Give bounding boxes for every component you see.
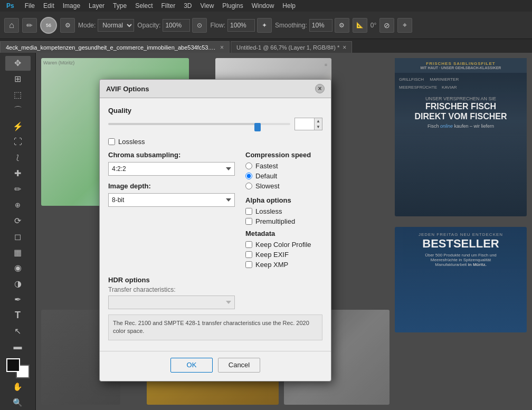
tool-marquee[interactable]: ⬚	[5, 88, 31, 102]
quality-slider-thumb[interactable]	[254, 123, 261, 131]
brush-settings-icon[interactable]: ⚙	[60, 18, 75, 33]
menu-edit[interactable]: Edit	[39, 1, 59, 11]
default-label[interactable]: Default	[255, 172, 277, 180]
tool-blur[interactable]: ◉	[5, 261, 31, 275]
dialog-title-bar: AVIF Options ×	[100, 80, 331, 98]
tool-clone[interactable]: ⊕	[5, 198, 31, 213]
chroma-label: Chroma subsampling:	[108, 151, 235, 159]
tool-shape[interactable]: ▬	[5, 339, 31, 354]
ok-button[interactable]: OK	[170, 358, 213, 373]
tool-heal[interactable]: ✚	[5, 166, 31, 181]
tool-pen[interactable]: ✒	[5, 292, 31, 307]
smoothing-label: Smoothing:	[275, 22, 307, 29]
menu-3d[interactable]: 3D	[179, 1, 196, 11]
airbrush-toggle-icon[interactable]: ⊙	[192, 18, 207, 33]
depth-dropdown[interactable]: 8-bit 10-bit 12-bit	[108, 193, 235, 207]
tool-lasso[interactable]: ⌒	[5, 103, 31, 118]
quality-input-wrap: 85 ▲ ▼	[294, 118, 322, 130]
quality-slider-container[interactable]	[108, 119, 290, 129]
menu-image[interactable]: Image	[59, 1, 84, 11]
chroma-dropdown[interactable]: 4:2:2 4:0:0 4:2:0 4:4:4	[108, 162, 235, 176]
lossless-checkbox[interactable]	[108, 138, 115, 145]
smoothing-input[interactable]	[309, 19, 332, 32]
lossless-label[interactable]: Lossless	[118, 138, 145, 146]
quality-label: Quality	[108, 107, 322, 115]
tool-quick-select[interactable]: ⚡	[5, 119, 31, 134]
angle-icon[interactable]: 📐	[353, 18, 367, 33]
flow-icon[interactable]: ✦	[257, 18, 272, 33]
tool-brush[interactable]: ✏	[5, 182, 31, 197]
quality-spin-up[interactable]: ▲	[315, 118, 322, 124]
slowest-radio[interactable]	[245, 183, 252, 189]
avif-dialog: AVIF Options × Quality	[99, 79, 331, 382]
tab-untitled-close-icon[interactable]: ×	[343, 44, 346, 51]
tablet-pressure-icon[interactable]: ⊘	[379, 18, 394, 33]
foreground-color-box[interactable]	[6, 358, 20, 372]
tool-type[interactable]: T	[5, 308, 31, 323]
fastest-label[interactable]: Fastest	[255, 162, 278, 170]
alpha-premultiplied-label[interactable]: Premultiplied	[255, 217, 295, 225]
keep-exif-row: Keep EXIF	[245, 251, 322, 259]
tab-avif-close-icon[interactable]: ×	[220, 44, 224, 51]
tool-artboard[interactable]: ⊞	[5, 72, 31, 87]
default-radio[interactable]	[245, 173, 252, 179]
menu-file[interactable]: File	[21, 1, 39, 11]
cancel-button[interactable]: Cancel	[218, 358, 260, 373]
compression-speed-label: Compression speed	[245, 151, 322, 159]
tool-eyedropper[interactable]: ⟅	[5, 150, 31, 165]
alpha-lossless-row: Lossless	[245, 207, 322, 215]
quality-spin-down[interactable]: ▼	[315, 124, 322, 130]
brush-size-indicator[interactable]: 56	[40, 17, 57, 34]
keep-color-label[interactable]: Keep Color Profile	[255, 241, 311, 249]
depth-label: Image depth:	[108, 182, 235, 190]
menu-select[interactable]: Select	[131, 1, 157, 11]
alpha-lossless-label[interactable]: Lossless	[255, 207, 282, 215]
tool-crop[interactable]: ⛶	[5, 135, 31, 149]
slowest-label[interactable]: Slowest	[255, 182, 280, 190]
alpha-lossless-checkbox[interactable]	[245, 208, 252, 215]
transfer-label: Transfer characteristics:	[108, 286, 322, 293]
brush-tool-icon[interactable]: ✏	[22, 18, 37, 33]
menu-layer[interactable]: Layer	[84, 1, 109, 11]
tool-hand[interactable]: ✋	[5, 379, 31, 394]
opacity-input[interactable]	[163, 19, 190, 32]
mode-label: Mode:	[78, 22, 96, 29]
tab-untitled[interactable]: Untitled-1 @ 66,7% (Layer 1, RGB/8#) * ×	[231, 41, 352, 53]
tool-dodge[interactable]: ◑	[5, 276, 31, 291]
tab-avif[interactable]: 4eck_media_kompetenzen_gesundheit_e_comm…	[0, 41, 230, 53]
flow-input[interactable]	[227, 19, 255, 32]
menu-window[interactable]: Window	[248, 1, 279, 11]
mode-dropdown[interactable]: Normal	[98, 19, 134, 32]
menu-filter[interactable]: Filter	[157, 1, 179, 11]
fastest-row: Fastest	[245, 162, 322, 170]
keep-exif-label[interactable]: Keep EXIF	[255, 251, 289, 259]
tool-history[interactable]: ⟳	[5, 213, 31, 228]
alpha-premultiplied-checkbox[interactable]	[245, 218, 252, 225]
transfer-dropdown	[108, 295, 235, 309]
quality-spin: ▲ ▼	[314, 118, 322, 130]
tool-eraser[interactable]: ◻	[5, 229, 31, 244]
ps-logo[interactable]: Ps	[2, 1, 18, 11]
menu-type[interactable]: Type	[109, 1, 131, 11]
home-icon[interactable]: ⌂	[4, 18, 19, 33]
left-sidebar: ✥ ⊞ ⬚ ⌒ ⚡ ⛶ ⟅ ✚ ✏ ⊕ ⟳ ◻ ▦ ◉ ◑ ✒ T ↖ ▬ ✋ …	[0, 53, 36, 410]
tool-move[interactable]: ✥	[5, 56, 31, 71]
menu-plugins[interactable]: Plugins	[218, 1, 247, 11]
fastest-radio[interactable]	[245, 163, 252, 169]
compression-speed-group: Fastest Default Slowest	[245, 162, 322, 190]
keep-xmp-label[interactable]: Keep XMP	[255, 261, 288, 269]
dialog-close-button[interactable]: ×	[315, 84, 325, 93]
symmetry-icon[interactable]: ⌖	[397, 18, 412, 33]
menu-help[interactable]: Help	[278, 1, 300, 11]
tool-zoom[interactable]: 🔍	[5, 395, 31, 410]
two-col-section: Chroma subsampling: 4:2:2 4:0:0 4:2:0 4:…	[108, 151, 322, 271]
quality-input[interactable]: 85	[295, 120, 314, 128]
keep-xmp-checkbox[interactable]	[245, 261, 252, 268]
smoothing-settings-icon[interactable]: ⚙	[335, 18, 349, 33]
alpha-options-label: Alpha options	[245, 196, 322, 204]
tool-gradient[interactable]: ▦	[5, 245, 31, 260]
menu-view[interactable]: View	[196, 1, 218, 11]
keep-color-checkbox[interactable]	[245, 241, 252, 248]
keep-exif-checkbox[interactable]	[245, 251, 252, 258]
tool-path-select[interactable]: ↖	[5, 323, 31, 338]
